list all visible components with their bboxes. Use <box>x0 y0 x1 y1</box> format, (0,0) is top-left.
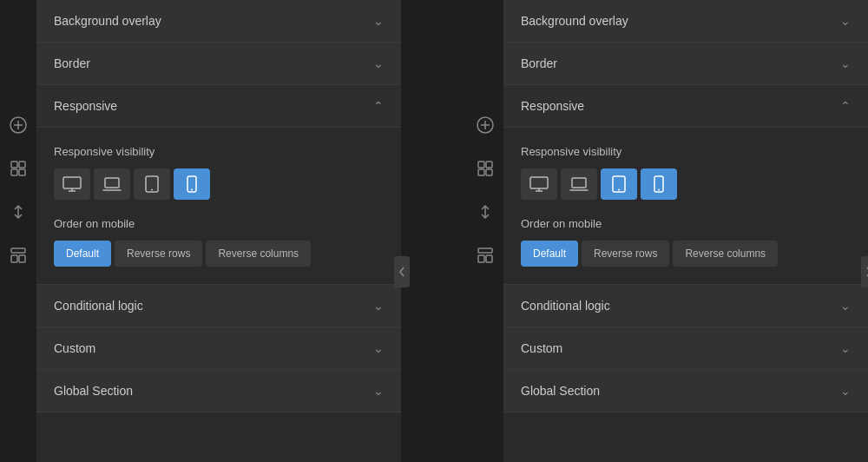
p2-border-header[interactable]: Border ⌄ <box>503 43 868 85</box>
svg-point-15 <box>151 189 153 191</box>
p2-mobile-visibility-btn[interactable] <box>641 168 677 200</box>
conditional-logic-title: Conditional logic <box>54 299 143 313</box>
panel-2: Background overlay ⌄ Border ⌄ Responsive… <box>503 0 868 462</box>
reverse-columns-btn[interactable]: Reverse columns <box>206 241 311 267</box>
p2-order-section: Order on mobile Default Reverse rows Rev… <box>521 217 851 267</box>
svg-rect-26 <box>478 255 484 262</box>
panel1-collapse-handle[interactable] <box>394 256 410 287</box>
conditional-logic-chevron: ⌄ <box>373 299 384 313</box>
svg-rect-5 <box>11 169 17 175</box>
mobile-visibility-btn[interactable] <box>174 168 210 200</box>
svg-rect-6 <box>19 169 25 175</box>
p2-background-overlay-chevron: ⌄ <box>840 14 851 28</box>
p2-order-buttons: Default Reverse rows Reverse columns <box>521 241 851 267</box>
p2-visibility-buttons <box>521 168 851 200</box>
panel-1: Background overlay ⌄ Border ⌄ Responsive… <box>36 0 401 462</box>
svg-rect-31 <box>572 178 586 188</box>
p2-order-label: Order on mobile <box>521 217 851 230</box>
p2-responsive-header[interactable]: Responsive ⌃ <box>503 85 868 128</box>
p2-responsive-title: Responsive <box>521 99 584 113</box>
order-buttons: Default Reverse rows Reverse columns <box>54 241 384 267</box>
tablet-visibility-btn[interactable] <box>134 168 170 200</box>
sort-icon-2[interactable] <box>473 200 497 224</box>
border-title: Border <box>54 56 90 70</box>
p2-custom-chevron: ⌄ <box>840 341 851 355</box>
border-chevron: ⌄ <box>373 56 384 70</box>
p2-global-section-header[interactable]: Global Section ⌄ <box>503 370 868 412</box>
p2-responsive-content: Responsive visibility <box>503 128 868 285</box>
p2-background-overlay-header[interactable]: Background overlay ⌄ <box>503 0 868 43</box>
p2-global-section-chevron: ⌄ <box>840 384 851 398</box>
right-sidebar <box>467 0 503 462</box>
p2-default-order-btn[interactable]: Default <box>521 241 578 267</box>
svg-rect-25 <box>478 248 492 253</box>
desktop-visibility-btn[interactable] <box>54 168 90 200</box>
responsive-title: Responsive <box>54 99 117 113</box>
p2-reverse-columns-btn[interactable]: Reverse columns <box>673 241 778 267</box>
p2-custom-header[interactable]: Custom ⌄ <box>503 327 868 370</box>
p2-tablet-visibility-btn[interactable] <box>601 168 637 200</box>
svg-rect-9 <box>19 255 25 262</box>
responsive-content: Responsive visibility <box>36 128 401 285</box>
visibility-buttons <box>54 168 384 200</box>
svg-rect-27 <box>486 255 492 262</box>
responsive-header[interactable]: Responsive ⌃ <box>36 85 401 128</box>
svg-rect-8 <box>11 255 17 262</box>
border-header[interactable]: Border ⌄ <box>36 43 401 85</box>
order-label: Order on mobile <box>54 217 384 230</box>
plus-icon[interactable] <box>6 113 30 137</box>
background-overlay-title: Background overlay <box>54 14 161 28</box>
svg-rect-3 <box>11 162 17 168</box>
responsive-chevron: ⌃ <box>373 99 384 113</box>
layout-icon[interactable] <box>6 243 30 267</box>
p2-laptop-visibility-btn[interactable] <box>561 168 597 200</box>
global-section-chevron: ⌄ <box>373 384 384 398</box>
p2-global-section-title: Global Section <box>521 384 600 398</box>
svg-rect-23 <box>478 169 484 175</box>
global-section-header[interactable]: Global Section ⌄ <box>36 370 401 412</box>
svg-point-35 <box>658 189 660 191</box>
background-overlay-header[interactable]: Background overlay ⌄ <box>36 0 401 43</box>
laptop-visibility-btn[interactable] <box>94 168 130 200</box>
order-section: Order on mobile Default Reverse rows Rev… <box>54 217 384 267</box>
svg-rect-28 <box>530 177 548 188</box>
custom-title: Custom <box>54 341 95 355</box>
p2-desktop-visibility-btn[interactable] <box>521 168 557 200</box>
p2-reverse-rows-btn[interactable]: Reverse rows <box>582 241 669 267</box>
custom-header[interactable]: Custom ⌄ <box>36 327 401 370</box>
p2-responsive-chevron: ⌃ <box>840 99 851 113</box>
svg-rect-10 <box>63 177 81 188</box>
p2-visibility-label: Responsive visibility <box>521 145 851 158</box>
p2-conditional-logic-header[interactable]: Conditional logic ⌄ <box>503 285 868 327</box>
svg-point-17 <box>191 189 193 191</box>
sort-icon[interactable] <box>6 200 30 224</box>
plus-icon-2[interactable] <box>473 113 497 137</box>
p2-border-title: Border <box>521 56 557 70</box>
p2-border-chevron: ⌄ <box>840 56 851 70</box>
p2-conditional-logic-chevron: ⌄ <box>840 299 851 313</box>
global-section-title: Global Section <box>54 384 133 398</box>
p2-background-overlay-title: Background overlay <box>521 14 628 28</box>
conditional-logic-header[interactable]: Conditional logic ⌄ <box>36 285 401 327</box>
layout-icon-2[interactable] <box>473 243 497 267</box>
svg-rect-13 <box>105 178 119 188</box>
p2-custom-title: Custom <box>521 341 562 355</box>
svg-rect-24 <box>486 169 492 175</box>
default-order-btn[interactable]: Default <box>54 241 111 267</box>
p2-conditional-logic-title: Conditional logic <box>521 299 610 313</box>
grid-icon-2[interactable] <box>473 156 497 181</box>
svg-point-33 <box>618 189 620 191</box>
panel-gap <box>401 0 467 462</box>
custom-chevron: ⌄ <box>373 341 384 355</box>
svg-rect-21 <box>478 162 484 168</box>
grid-icon[interactable] <box>6 156 30 181</box>
panel2-collapse-handle[interactable] <box>861 256 868 287</box>
reverse-rows-btn[interactable]: Reverse rows <box>115 241 202 267</box>
visibility-label: Responsive visibility <box>54 145 384 158</box>
background-overlay-chevron: ⌄ <box>373 14 384 28</box>
svg-rect-7 <box>11 248 25 253</box>
svg-rect-4 <box>19 162 25 168</box>
left-sidebar <box>0 0 36 462</box>
svg-rect-22 <box>486 162 492 168</box>
